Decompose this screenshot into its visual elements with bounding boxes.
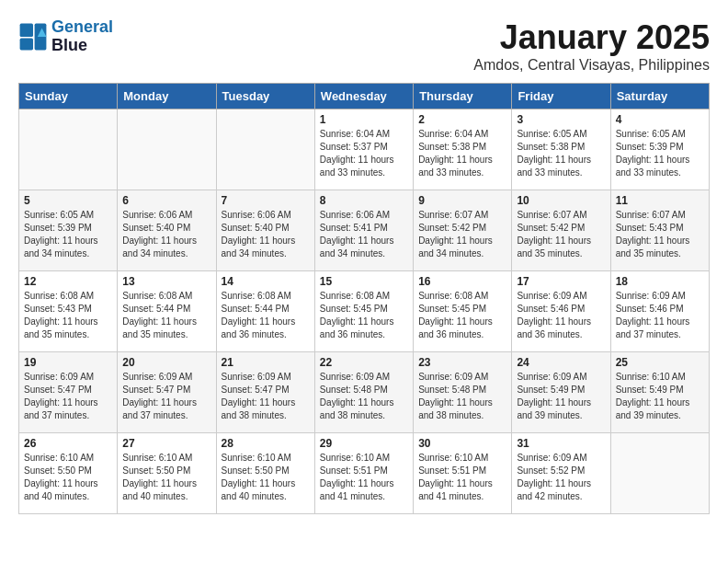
day-info: Sunrise: 6:09 AM Sunset: 5:47 PM Dayligh… — [222, 371, 310, 422]
calendar-subtitle: Amdos, Central Visayas, Philippines — [473, 57, 710, 74]
day-number: 26 — [24, 437, 112, 450]
weekday-header-thursday: Thursday — [414, 84, 512, 109]
calendar-cell: 22Sunrise: 6:09 AM Sunset: 5:48 PM Dayli… — [314, 352, 413, 433]
day-number: 4 — [616, 113, 704, 126]
day-info: Sunrise: 6:08 AM Sunset: 5:43 PM Dayligh… — [24, 290, 112, 341]
calendar-cell: 24Sunrise: 6:09 AM Sunset: 5:49 PM Dayli… — [512, 352, 610, 433]
day-info: Sunrise: 6:07 AM Sunset: 5:42 PM Dayligh… — [418, 209, 506, 260]
logo-line2: Blue — [51, 37, 113, 55]
calendar-cell: 27Sunrise: 6:10 AM Sunset: 5:50 PM Dayli… — [118, 433, 216, 514]
day-info: Sunrise: 6:10 AM Sunset: 5:51 PM Dayligh… — [320, 452, 408, 503]
calendar-cell: 29Sunrise: 6:10 AM Sunset: 5:51 PM Dayli… — [314, 433, 413, 514]
day-info: Sunrise: 6:08 AM Sunset: 5:45 PM Dayligh… — [418, 290, 506, 341]
calendar-cell: 25Sunrise: 6:10 AM Sunset: 5:49 PM Dayli… — [610, 352, 709, 433]
day-info: Sunrise: 6:08 AM Sunset: 5:45 PM Dayligh… — [320, 290, 408, 341]
day-info: Sunrise: 6:07 AM Sunset: 5:43 PM Dayligh… — [616, 209, 704, 260]
day-info: Sunrise: 6:10 AM Sunset: 5:50 PM Dayligh… — [222, 452, 310, 503]
calendar-cell — [19, 109, 118, 190]
day-number: 5 — [24, 194, 112, 207]
calendar-cell: 17Sunrise: 6:09 AM Sunset: 5:46 PM Dayli… — [512, 271, 610, 352]
day-number: 20 — [122, 356, 210, 369]
day-number: 7 — [222, 194, 310, 207]
day-number: 13 — [122, 275, 210, 288]
day-info: Sunrise: 6:04 AM Sunset: 5:38 PM Dayligh… — [418, 128, 506, 179]
calendar-cell: 10Sunrise: 6:07 AM Sunset: 5:42 PM Dayli… — [512, 190, 610, 271]
day-number: 22 — [320, 356, 408, 369]
day-info: Sunrise: 6:08 AM Sunset: 5:44 PM Dayligh… — [122, 290, 210, 341]
day-info: Sunrise: 6:09 AM Sunset: 5:46 PM Dayligh… — [616, 290, 704, 341]
day-info: Sunrise: 6:08 AM Sunset: 5:44 PM Dayligh… — [222, 290, 310, 341]
weekday-header-row: SundayMondayTuesdayWednesdayThursdayFrid… — [19, 84, 710, 109]
day-number: 10 — [517, 194, 605, 207]
day-number: 31 — [517, 437, 605, 450]
day-number: 30 — [418, 437, 506, 450]
weekday-header-tuesday: Tuesday — [216, 84, 314, 109]
calendar-cell: 12Sunrise: 6:08 AM Sunset: 5:43 PM Dayli… — [19, 271, 118, 352]
logo-line1: General — [51, 17, 113, 36]
week-row-4: 19Sunrise: 6:09 AM Sunset: 5:47 PM Dayli… — [19, 352, 710, 433]
day-number: 2 — [418, 113, 506, 126]
svg-rect-2 — [20, 38, 33, 50]
day-info: Sunrise: 6:09 AM Sunset: 5:46 PM Dayligh… — [517, 290, 605, 341]
title-block: January 2025 Amdos, Central Visayas, Phi… — [473, 18, 710, 74]
calendar-cell: 1Sunrise: 6:04 AM Sunset: 5:37 PM Daylig… — [314, 109, 413, 190]
day-number: 29 — [320, 437, 408, 450]
day-number: 19 — [24, 356, 112, 369]
day-number: 21 — [222, 356, 310, 369]
day-info: Sunrise: 6:05 AM Sunset: 5:39 PM Dayligh… — [616, 128, 704, 179]
day-info: Sunrise: 6:10 AM Sunset: 5:50 PM Dayligh… — [24, 452, 112, 503]
day-number: 12 — [24, 275, 112, 288]
calendar-cell: 18Sunrise: 6:09 AM Sunset: 5:46 PM Dayli… — [610, 271, 709, 352]
weekday-header-monday: Monday — [118, 84, 216, 109]
day-number: 15 — [320, 275, 408, 288]
calendar-cell: 31Sunrise: 6:09 AM Sunset: 5:52 PM Dayli… — [512, 433, 610, 514]
day-number: 23 — [418, 356, 506, 369]
calendar-cell: 8Sunrise: 6:06 AM Sunset: 5:41 PM Daylig… — [314, 190, 413, 271]
calendar-cell: 7Sunrise: 6:06 AM Sunset: 5:40 PM Daylig… — [216, 190, 314, 271]
day-number: 27 — [122, 437, 210, 450]
day-info: Sunrise: 6:09 AM Sunset: 5:47 PM Dayligh… — [122, 371, 210, 422]
day-number: 17 — [517, 275, 605, 288]
calendar-cell: 15Sunrise: 6:08 AM Sunset: 5:45 PM Dayli… — [314, 271, 413, 352]
calendar-cell: 3Sunrise: 6:05 AM Sunset: 5:38 PM Daylig… — [512, 109, 610, 190]
calendar-cell: 14Sunrise: 6:08 AM Sunset: 5:44 PM Dayli… — [216, 271, 314, 352]
calendar-cell: 13Sunrise: 6:08 AM Sunset: 5:44 PM Dayli… — [118, 271, 216, 352]
page-header: General Blue January 2025 Amdos, Central… — [18, 18, 710, 74]
weekday-header-wednesday: Wednesday — [314, 84, 413, 109]
day-number: 25 — [616, 356, 704, 369]
calendar-cell: 19Sunrise: 6:09 AM Sunset: 5:47 PM Dayli… — [19, 352, 118, 433]
day-number: 16 — [418, 275, 506, 288]
week-row-3: 12Sunrise: 6:08 AM Sunset: 5:43 PM Dayli… — [19, 271, 710, 352]
day-info: Sunrise: 6:10 AM Sunset: 5:51 PM Dayligh… — [418, 452, 506, 503]
day-number: 11 — [616, 194, 704, 207]
logo: General Blue — [18, 18, 113, 55]
day-number: 6 — [122, 194, 210, 207]
calendar-cell: 2Sunrise: 6:04 AM Sunset: 5:38 PM Daylig… — [414, 109, 512, 190]
calendar-cell: 20Sunrise: 6:09 AM Sunset: 5:47 PM Dayli… — [118, 352, 216, 433]
calendar-cell: 26Sunrise: 6:10 AM Sunset: 5:50 PM Dayli… — [19, 433, 118, 514]
svg-rect-1 — [20, 23, 33, 36]
calendar-cell: 23Sunrise: 6:09 AM Sunset: 5:48 PM Dayli… — [414, 352, 512, 433]
calendar-cell: 5Sunrise: 6:05 AM Sunset: 5:39 PM Daylig… — [19, 190, 118, 271]
day-info: Sunrise: 6:06 AM Sunset: 5:40 PM Dayligh… — [122, 209, 210, 260]
day-info: Sunrise: 6:06 AM Sunset: 5:41 PM Dayligh… — [320, 209, 408, 260]
calendar-cell: 6Sunrise: 6:06 AM Sunset: 5:40 PM Daylig… — [118, 190, 216, 271]
day-info: Sunrise: 6:10 AM Sunset: 5:50 PM Dayligh… — [122, 452, 210, 503]
day-number: 1 — [320, 113, 408, 126]
day-info: Sunrise: 6:07 AM Sunset: 5:42 PM Dayligh… — [517, 209, 605, 260]
calendar-cell: 11Sunrise: 6:07 AM Sunset: 5:43 PM Dayli… — [610, 190, 709, 271]
day-number: 9 — [418, 194, 506, 207]
calendar-cell: 4Sunrise: 6:05 AM Sunset: 5:39 PM Daylig… — [610, 109, 709, 190]
calendar-cell: 28Sunrise: 6:10 AM Sunset: 5:50 PM Dayli… — [216, 433, 314, 514]
calendar-cell — [610, 433, 709, 514]
day-info: Sunrise: 6:06 AM Sunset: 5:40 PM Dayligh… — [222, 209, 310, 260]
weekday-header-friday: Friday — [512, 84, 610, 109]
day-number: 8 — [320, 194, 408, 207]
day-info: Sunrise: 6:09 AM Sunset: 5:48 PM Dayligh… — [418, 371, 506, 422]
day-number: 18 — [616, 275, 704, 288]
day-info: Sunrise: 6:09 AM Sunset: 5:47 PM Dayligh… — [24, 371, 112, 422]
calendar-cell: 30Sunrise: 6:10 AM Sunset: 5:51 PM Dayli… — [414, 433, 512, 514]
calendar-table: SundayMondayTuesdayWednesdayThursdayFrid… — [18, 83, 710, 514]
day-number: 24 — [517, 356, 605, 369]
day-info: Sunrise: 6:09 AM Sunset: 5:52 PM Dayligh… — [517, 452, 605, 503]
